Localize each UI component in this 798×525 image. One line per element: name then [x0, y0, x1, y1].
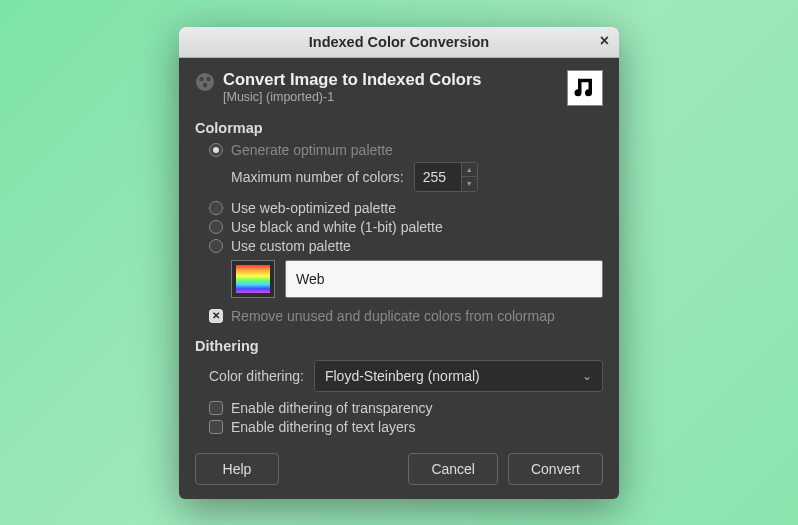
radio-custom-palette[interactable]: Use custom palette: [209, 238, 603, 254]
checkbox-remove-dups[interactable]: Remove unused and duplicate colors from …: [209, 308, 603, 324]
close-icon[interactable]: ×: [600, 33, 609, 49]
palette-swatch-button[interactable]: [231, 260, 275, 298]
image-preview-icon: [567, 70, 603, 106]
checkbox-icon: [209, 401, 223, 415]
max-colors-spinner[interactable]: ▲ ▼: [414, 162, 478, 192]
svg-rect-4: [571, 74, 599, 102]
color-dithering-label: Color dithering:: [209, 368, 304, 384]
select-value: Floyd-Steinberg (normal): [325, 368, 480, 384]
radio-icon: [209, 201, 223, 215]
radio-label: Use custom palette: [231, 238, 351, 254]
svg-point-0: [196, 73, 214, 91]
radio-label: Use black and white (1-bit) palette: [231, 219, 443, 235]
palette-gradient-icon: [236, 265, 270, 293]
dialog-content: Convert Image to Indexed Colors [Music] …: [179, 58, 619, 499]
colormap-section-title: Colormap: [195, 120, 603, 136]
radio-icon: [209, 220, 223, 234]
svg-point-1: [199, 76, 203, 80]
checkbox-icon: [209, 309, 223, 323]
chevron-down-icon: ⌄: [582, 369, 592, 383]
checkbox-label: Enable dithering of transparency: [231, 400, 433, 416]
svg-point-3: [203, 82, 207, 86]
radio-label: Use web-optimized palette: [231, 200, 396, 216]
window-title: Indexed Color Conversion: [309, 34, 489, 50]
spinner-up-icon[interactable]: ▲: [462, 163, 477, 178]
radio-web-palette[interactable]: Use web-optimized palette: [209, 200, 603, 216]
convert-button[interactable]: Convert: [508, 453, 603, 485]
radio-icon: [209, 239, 223, 253]
titlebar[interactable]: Indexed Color Conversion ×: [179, 27, 619, 58]
checkbox-dither-text-layers[interactable]: Enable dithering of text layers: [209, 419, 603, 435]
checkbox-dither-transparency[interactable]: Enable dithering of transparency: [209, 400, 603, 416]
dialog: Indexed Color Conversion × Convert Image…: [179, 27, 619, 499]
palette-name-field[interactable]: Web: [285, 260, 603, 298]
checkbox-label: Enable dithering of text layers: [231, 419, 415, 435]
radio-icon: [209, 143, 223, 157]
convert-icon: [195, 72, 215, 92]
spinner-down-icon[interactable]: ▼: [462, 177, 477, 191]
color-dithering-select[interactable]: Floyd-Steinberg (normal) ⌄: [314, 360, 603, 392]
cancel-button[interactable]: Cancel: [408, 453, 498, 485]
palette-name-value: Web: [296, 271, 325, 287]
checkbox-icon: [209, 420, 223, 434]
button-row: Help Cancel Convert: [195, 453, 603, 485]
help-button[interactable]: Help: [195, 453, 279, 485]
header: Convert Image to Indexed Colors [Music] …: [195, 70, 603, 106]
checkbox-label: Remove unused and duplicate colors from …: [231, 308, 555, 324]
max-colors-input[interactable]: [415, 163, 461, 191]
header-title: Convert Image to Indexed Colors: [223, 70, 559, 89]
max-colors-label: Maximum number of colors:: [231, 169, 404, 185]
svg-point-2: [206, 76, 210, 80]
radio-bw-palette[interactable]: Use black and white (1-bit) palette: [209, 219, 603, 235]
radio-generate-optimum[interactable]: Generate optimum palette: [209, 142, 603, 158]
radio-label: Generate optimum palette: [231, 142, 393, 158]
header-subtitle: [Music] (imported)-1: [223, 90, 559, 104]
dithering-section-title: Dithering: [195, 338, 603, 354]
